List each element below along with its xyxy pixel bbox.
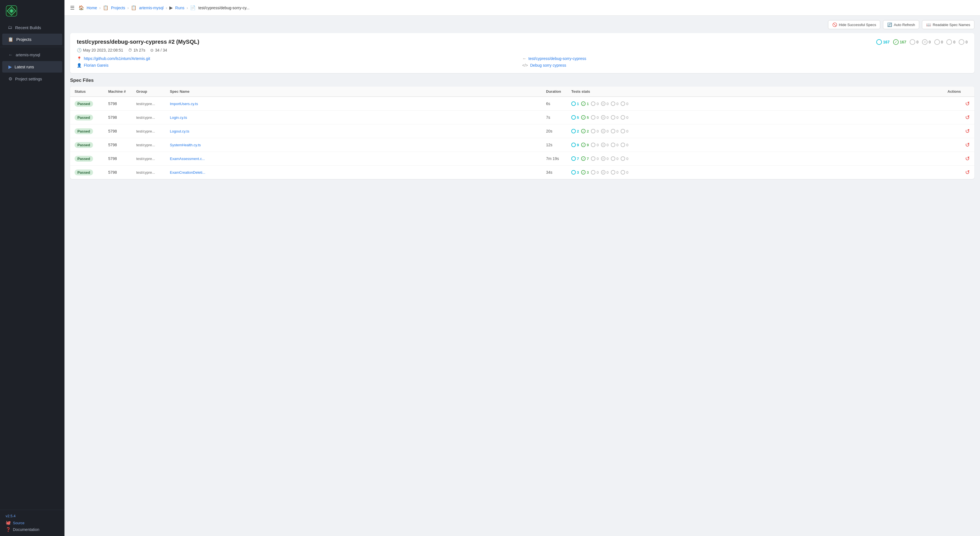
source-link[interactable]: 🐙 Source xyxy=(6,520,59,525)
build-card: test/cypress/debug-sorry-cypress #2 (MyS… xyxy=(70,33,974,73)
status-badge: Passed xyxy=(75,114,108,121)
ts-failed-val: 0 xyxy=(597,102,598,106)
group-name: test/cypre... xyxy=(136,157,170,161)
ts-extra-val: 0 xyxy=(626,157,628,161)
extra2-circle-icon xyxy=(959,39,964,45)
ts-failed-icon xyxy=(591,115,595,120)
ts-pending-val: 0 xyxy=(616,116,618,120)
ts-passed-icon: ✓ xyxy=(581,156,585,161)
sidebar-item-project-settings[interactable]: ⚙ Project settings xyxy=(2,73,62,85)
ts-extra-icon xyxy=(620,143,625,147)
hide-successful-specs-button[interactable]: 🚫 Hide Successful Specs xyxy=(828,20,880,29)
docs-label: Documentation xyxy=(13,527,39,532)
status-badge: Passed xyxy=(75,170,108,175)
spec-name-link[interactable]: ImportUsers.cy.ts xyxy=(170,102,546,106)
spec-name-link[interactable]: ExamCreationDeleti... xyxy=(170,170,546,174)
col-header-actions: Actions xyxy=(948,89,970,94)
menu-icon[interactable]: ☰ xyxy=(70,5,75,11)
breadcrumb-home[interactable]: Home xyxy=(87,6,97,10)
auto-refresh-button[interactable]: 🔄 Auto Refresh xyxy=(883,20,919,29)
latest-runs-icon: ▶ xyxy=(8,64,12,70)
book-icon: 📖 xyxy=(926,22,931,27)
group-name: test/cypre... xyxy=(136,143,170,147)
ts-total-icon xyxy=(571,143,576,147)
recent-builds-icon: 🗂 xyxy=(8,25,12,30)
ts-passed-group: ✓ 3 xyxy=(581,170,589,174)
ts-failed-group: 0 xyxy=(591,101,598,106)
sidebar-item-latest-runs[interactable]: ▶ Latest runs xyxy=(2,61,62,73)
rerun-button[interactable]: ↺ xyxy=(965,114,970,121)
actions-cell: ↺ xyxy=(948,128,970,135)
spec-name-link[interactable]: SystemHealth.cy.ts xyxy=(170,143,546,147)
ts-skipped-icon: ⊘ xyxy=(601,129,606,133)
ts-skipped-val: 0 xyxy=(607,102,609,106)
ts-failed-val: 0 xyxy=(597,129,598,133)
table-row: Passed 5798 test/cypre... Login.cy.ts 7s… xyxy=(70,111,974,124)
commit-line: </> Debug sorry cypress xyxy=(522,63,968,68)
rerun-button[interactable]: ↺ xyxy=(965,155,970,162)
author-link[interactable]: Florian Gareis xyxy=(84,63,108,68)
ts-passed-val: 7 xyxy=(587,157,589,161)
col-header-machine: Machine # xyxy=(108,89,136,94)
spec-name-link[interactable]: ExamAssessment.c... xyxy=(170,157,546,161)
ts-total-group: 9 xyxy=(571,143,579,147)
rerun-button[interactable]: ↺ xyxy=(965,141,970,148)
main-area: ☰ 🏠 Home › 📋 Projects › 📋 artemis-mysql … xyxy=(64,0,980,536)
version-link[interactable]: v2.5.4 xyxy=(6,514,59,518)
breadcrumb-artemis[interactable]: artemis-mysql xyxy=(139,6,164,10)
sidebar-project-settings-label: Project settings xyxy=(15,77,42,81)
ts-passed-val: 3 xyxy=(587,170,589,174)
ts-failed-group: 0 xyxy=(591,143,598,147)
ts-total-group: 1 xyxy=(571,101,579,106)
rerun-button[interactable]: ↺ xyxy=(965,169,970,176)
branch-link[interactable]: test/cypress/debug-sorry-cypress xyxy=(528,56,586,61)
sidebar-item-projects[interactable]: 📋 Projects xyxy=(2,33,62,45)
docs-link[interactable]: ❓ Documentation xyxy=(6,527,59,532)
repo-url-link[interactable]: https://github.com/ls1intum/Artemis.git xyxy=(84,56,150,61)
col-header-status: Status xyxy=(75,89,108,94)
ts-skipped-group: ⊘ 0 xyxy=(601,115,609,120)
ts-skipped-group: ⊘ 0 xyxy=(601,143,609,147)
ts-passed-group: ✓ 9 xyxy=(581,143,589,147)
ts-failed-val: 0 xyxy=(597,170,598,174)
ts-extra-icon xyxy=(620,129,625,133)
artemis-breadcrumb-icon: 📋 xyxy=(131,5,137,10)
ts-total-group: 5 xyxy=(571,115,579,120)
branch-line: ↔ test/cypress/debug-sorry-cypress xyxy=(522,56,968,61)
ts-pending-icon xyxy=(611,129,615,133)
repo-line: 📍 https://github.com/ls1intum/Artemis.gi… xyxy=(77,56,522,61)
ts-skipped-val: 0 xyxy=(607,143,609,147)
spec-name-link[interactable]: Logout.cy.ts xyxy=(170,129,546,133)
table-row: Passed 5798 test/cypre... Logout.cy.ts 2… xyxy=(70,124,974,138)
ts-passed-group: ✓ 2 xyxy=(581,129,589,133)
sidebar-latest-runs-label: Latest runs xyxy=(14,65,34,69)
sidebar-item-projects-label: Projects xyxy=(16,37,32,42)
ts-pending-icon xyxy=(611,170,615,174)
test-stats-cell: 5 ✓ 5 0 ⊘ 0 0 xyxy=(571,115,948,120)
sidebar-item-back-artemis[interactable]: ← artemis-mysql xyxy=(2,49,62,60)
actions-cell: ↺ xyxy=(948,100,970,107)
test-stats-cell: 2 ✓ 2 0 ⊘ 0 0 xyxy=(571,129,948,133)
readable-spec-names-button[interactable]: 📖 Readable Spec Names xyxy=(922,20,974,29)
ts-total-icon xyxy=(571,129,576,133)
ts-skipped-icon: ⊘ xyxy=(601,170,606,174)
machine-number: 5798 xyxy=(108,156,136,161)
ts-total-val: 3 xyxy=(577,170,579,174)
ts-extra-group: 0 xyxy=(620,129,628,133)
ts-failed-group: 0 xyxy=(591,115,598,120)
breadcrumb-projects[interactable]: Projects xyxy=(111,6,125,10)
pending-count-value: 0 xyxy=(941,40,943,44)
duration-value: 12s xyxy=(546,143,571,147)
clock-icon: 🕐 xyxy=(77,48,81,52)
build-stats: 🕐 May 20 2023, 22:08:51 ⏱ 1h 27s ⊙ 34 / … xyxy=(77,48,968,52)
sidebar-item-recent-builds[interactable]: 🗂 Recent Builds xyxy=(2,22,62,33)
sidebar-item-recent-builds-label: Recent Builds xyxy=(15,25,41,30)
rerun-icon: ↺ xyxy=(965,100,970,107)
rerun-button[interactable]: ↺ xyxy=(965,100,970,107)
spec-name-link[interactable]: Login.cy.ts xyxy=(170,116,546,120)
rerun-button[interactable]: ↺ xyxy=(965,128,970,135)
commit-link[interactable]: Debug sorry cypress xyxy=(530,63,566,68)
pending-counter: 0 xyxy=(934,39,943,45)
breadcrumb-runs[interactable]: Runs xyxy=(175,6,185,10)
table-row: Passed 5798 test/cypre... SystemHealth.c… xyxy=(70,138,974,152)
